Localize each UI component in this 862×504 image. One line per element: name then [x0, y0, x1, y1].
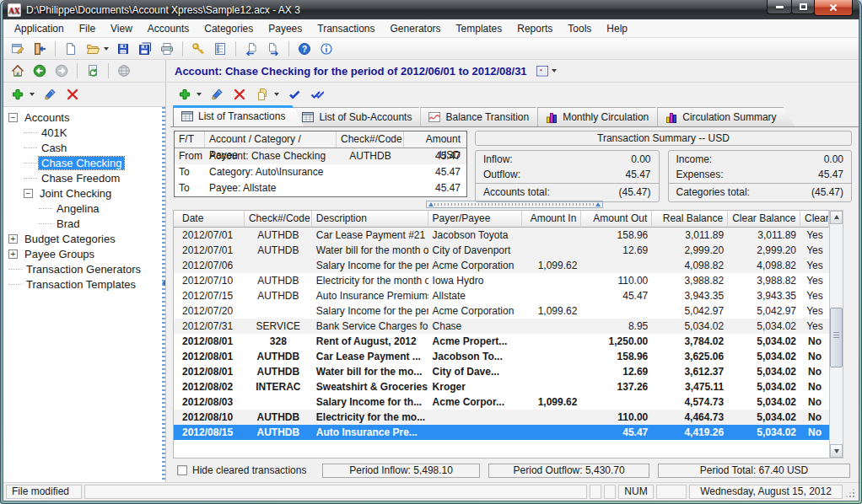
new-file-button[interactable] — [61, 40, 81, 58]
hide-cleared-checkbox[interactable] — [177, 465, 187, 475]
dropdown-caret-icon[interactable] — [552, 69, 557, 72]
transaction-row[interactable]: 2012/07/10AUTHDBElectricity for the mont… — [174, 273, 829, 288]
forward-button[interactable] — [51, 62, 72, 80]
column-header-date[interactable]: Date — [174, 211, 245, 228]
exit-button[interactable] — [30, 40, 50, 58]
dropdown-caret-icon[interactable] — [30, 93, 35, 96]
minimize-button[interactable] — [767, 0, 792, 14]
menu-categories[interactable]: Categories — [197, 20, 261, 37]
help-button[interactable]: ? — [294, 40, 315, 58]
menu-tools[interactable]: Tools — [560, 20, 599, 37]
tree-expander-icon[interactable]: + — [8, 234, 18, 244]
open-folder-button[interactable] — [83, 40, 103, 58]
properties-button[interactable] — [8, 40, 28, 58]
menu-generators[interactable]: Generators — [383, 20, 449, 37]
tree-item-transaction-templates[interactable]: Transaction Templates — [3, 276, 165, 292]
column-header-amount-in[interactable]: Amount In — [522, 211, 581, 228]
column-header-amount-out[interactable]: Amount Out — [581, 211, 652, 228]
column-header-clear[interactable]: Clear — [800, 211, 829, 228]
tab-list-of-transactions[interactable]: List of Transactions — [173, 105, 304, 126]
transaction-row[interactable]: 2012/08/02INTERACSweatshirt & GroceriesK… — [174, 379, 829, 394]
maximize-button[interactable] — [791, 0, 815, 14]
transaction-row[interactable]: 2012/07/01AUTHDBWater bill for the month… — [174, 243, 829, 258]
back-button[interactable] — [30, 62, 50, 80]
dropdown-caret-icon[interactable] — [274, 93, 279, 96]
tree-item-brad[interactable]: Brad — [3, 216, 165, 231]
vertical-scrollbar[interactable] — [829, 210, 843, 458]
delete-button[interactable] — [229, 85, 250, 104]
calendar-button[interactable] — [532, 62, 552, 80]
menu-file[interactable]: File — [72, 20, 103, 37]
tree-item-cash[interactable]: Cash — [3, 140, 165, 155]
add-button[interactable] — [175, 85, 195, 104]
dropdown-caret-icon[interactable] — [197, 93, 202, 96]
transfer-next-button[interactable] — [263, 40, 283, 58]
tree-item-chase-freedom[interactable]: Chase Freedom — [3, 170, 165, 185]
dropdown-caret-icon[interactable] — [104, 47, 109, 51]
scrollbar-track[interactable] — [830, 224, 843, 444]
tree-expander-icon[interactable]: + — [8, 249, 18, 259]
tree-item-angelina[interactable]: Angelina — [3, 201, 165, 216]
tree-item-budget-categories[interactable]: +Budget Categories — [3, 231, 165, 246]
transaction-row[interactable]: 2012/08/10AUTHDBElectricity for the mo..… — [174, 410, 829, 425]
transfer-prev-button[interactable] — [241, 40, 261, 58]
transaction-row[interactable]: 2012/07/20Salary Income for the peri...A… — [174, 303, 829, 319]
tree-item-payee-groups[interactable]: +Payee Groups — [3, 246, 165, 261]
menu-reports[interactable]: Reports — [509, 20, 560, 37]
refresh-button[interactable] — [83, 62, 103, 80]
splitter-handle[interactable] — [426, 201, 603, 208]
tree-item-joint-checking[interactable]: −Joint Checking — [3, 185, 165, 201]
confirm-all-button[interactable] — [307, 85, 327, 104]
confirm-button[interactable] — [284, 85, 304, 104]
menu-view[interactable]: View — [103, 20, 140, 37]
edit-button[interactable] — [40, 85, 60, 104]
column-header-check-code[interactable]: Check#/Code — [245, 211, 312, 228]
menu-templates[interactable]: Templates — [449, 20, 510, 37]
transaction-row[interactable]: 2012/08/01AUTHDBCar Lease Payment ...Jac… — [174, 349, 829, 364]
options-button[interactable] — [210, 40, 230, 58]
add-button[interactable] — [8, 85, 28, 104]
resize-grip[interactable] — [845, 488, 856, 499]
menu-payees[interactable]: Payees — [261, 20, 310, 37]
copy-button[interactable] — [252, 85, 272, 104]
menu-application[interactable]: Application — [7, 20, 72, 37]
column-header-clear-balance[interactable]: Clear Balance — [728, 211, 800, 228]
tree-expander-icon[interactable]: − — [8, 113, 18, 122]
tab-list-of-sub-accounts[interactable]: List of Sub-Accounts — [294, 107, 430, 126]
home-button[interactable] — [8, 62, 28, 80]
scroll-up-button[interactable] — [830, 211, 843, 224]
tree-expander-icon[interactable]: − — [24, 189, 33, 198]
world-button[interactable] — [114, 62, 134, 80]
tree-item-accounts[interactable]: −Accounts — [3, 110, 165, 125]
menu-transactions[interactable]: Transactions — [310, 20, 382, 37]
column-header-payer-payee[interactable]: Payer/Payee — [428, 211, 523, 228]
scrollbar-thumb[interactable] — [830, 308, 843, 367]
tab-balance-transition[interactable]: Balance Transition — [420, 107, 547, 126]
tree-item-chase-checking[interactable]: Chase Checking — [3, 155, 165, 170]
column-header-description[interactable]: Description — [312, 211, 428, 228]
transaction-row[interactable]: 2012/08/01328Rent of August, 2012Acme Pr… — [174, 334, 829, 349]
tab-circulation-summary[interactable]: Circulation Summary — [657, 107, 795, 126]
about-button[interactable] — [316, 40, 337, 58]
edit-button[interactable] — [207, 85, 227, 104]
transaction-row[interactable]: 2012/08/01AUTHDBWater bill for the mo...… — [174, 364, 829, 379]
save-all-button[interactable] — [135, 40, 155, 58]
summary-grid-splitter[interactable] — [170, 200, 859, 210]
delete-button[interactable] — [62, 85, 83, 104]
tree-item-401k[interactable]: 401K — [3, 125, 165, 140]
key-button[interactable] — [188, 40, 208, 58]
transaction-row[interactable]: 2012/07/06Salary Income for the peri...A… — [174, 258, 829, 273]
column-header-real-balance[interactable]: Real Balance — [652, 211, 728, 228]
tree-item-transaction-generators[interactable]: Transaction Generators — [3, 261, 165, 276]
transaction-row[interactable]: 2012/07/31SERVICEBank Service Charges fo… — [174, 319, 829, 334]
menu-help[interactable]: Help — [599, 20, 635, 37]
scroll-down-button[interactable] — [830, 444, 843, 458]
sidebar-collapse-strip[interactable] — [162, 107, 165, 482]
transaction-row[interactable]: 2012/08/03Salary Income for th...Acme Co… — [174, 394, 829, 410]
transaction-row[interactable]: 2012/07/15AUTHDBAuto Insurance Premiums.… — [174, 288, 829, 303]
print-button[interactable] — [157, 40, 177, 58]
tab-monthly-circulation[interactable]: Monthly Circulation — [537, 107, 667, 126]
close-button[interactable] — [814, 0, 853, 16]
transaction-row[interactable]: 2012/08/15AUTHDBAuto Insurance Pre...45.… — [174, 425, 829, 440]
transaction-row[interactable]: 2012/07/01AUTHDBCar Lease Payment #21 ..… — [174, 228, 829, 243]
